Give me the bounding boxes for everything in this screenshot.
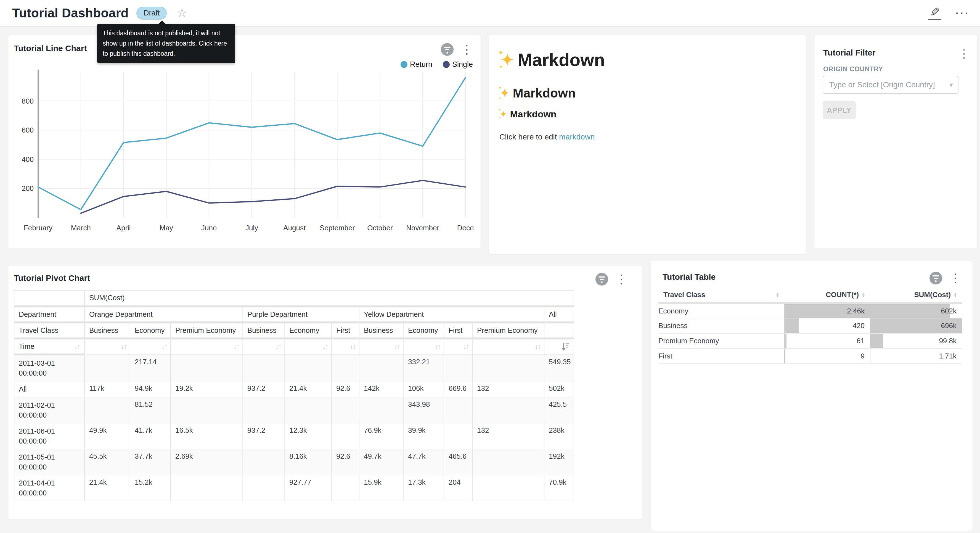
table-header-row: Travel Class▲▼ COUNT(*)▲▼ SUM(Cost)▲▼ [659,288,962,303]
sparkles-icon: ✦✦✦ [500,50,515,70]
tutorial-line-chart-card: Tutorial Line Chart ⋮ Return Single 2004… [8,35,480,249]
markdown-card[interactable]: ✦✦✦Markdown ✦✦✦Markdown ✦✦✦Markdown Clic… [489,35,806,254]
svg-text:March: March [71,224,91,232]
sort-icon: ↓↑ [74,342,80,351]
table-row[interactable]: Economy 2.46k 602k [659,303,962,318]
dashboard-header: Tutorial Dashboard Draft ☆ ✎ ⋯ [0,0,980,27]
svg-text:November: November [406,224,439,232]
filter-card-title: Tutorial Filter [823,48,875,57]
markdown-paragraph: Click here to edit markdown [500,132,595,141]
pivot-chart-title: Tutorial Pivot Chart [14,273,90,283]
status-badge[interactable]: Draft [136,6,167,20]
pivot-metric-row: SUM(Cost) [14,290,574,306]
line-chart-title: Tutorial Line Chart [14,44,87,53]
edit-dashboard-button[interactable]: ✎ [928,6,941,20]
sort-icon: ↓↑ [322,342,328,351]
sparkles-icon: ✦✦✦ [500,86,510,101]
pivot-department-row: Department Orange Department Purple Depa… [14,306,574,322]
svg-text:Dece: Dece [457,224,474,232]
sort-icon: ↓↑ [161,342,167,351]
sort-icon: ↓↑ [463,342,469,351]
pivot-travel-class-row: Travel Class Business Economy Premium Ec… [14,322,574,338]
pivot-row: 2011-02-01 00:00:00 81.52 343.98 425.5 [14,397,574,423]
legend-item-return[interactable]: Return [401,60,432,69]
pivot-corner-cell [14,290,84,306]
svg-text:600: 600 [22,126,34,134]
page-title: Tutorial Dashboard [12,6,129,21]
svg-text:May: May [159,224,173,232]
pivot-row: 2011-05-01 00:00:00 45.5k 37.7k 2.69k 8.… [14,449,574,475]
favorite-star-icon[interactable]: ☆ [177,7,187,19]
svg-text:October: October [367,224,393,232]
col-header-sum-cost[interactable]: SUM(Cost)▲▼ [870,288,962,303]
pivot-table: SUM(Cost) Department Orange Department P… [14,290,574,501]
pivot-dim-time[interactable]: Time↓↑ [14,338,84,354]
chart-kebab-menu-icon[interactable]: ⋮ [615,273,627,285]
sort-icon: ↓↑ [121,342,126,351]
sort-icon: ↓↑ [535,342,541,351]
pivot-dim-department: Department [14,306,84,322]
filter-indicator-icon[interactable] [441,43,453,56]
markdown-h1: ✦✦✦Markdown [500,50,605,70]
table-card-title: Tutorial Table [663,272,716,282]
svg-text:June: June [201,224,217,232]
single-legend-dot [443,61,450,68]
origin-country-select[interactable]: Type or Select [Origin Country] ▾ [822,76,958,94]
pivot-group-purple: Purple Department [243,306,359,322]
pivot-row: All 117k 94.9k 19.2k 937.2 21.4k 92.6 14… [14,381,574,397]
svg-text:August: August [283,224,306,232]
table-row[interactable]: First 9 1.71k [659,348,962,364]
sparkles-icon: ✦✦✦ [500,109,508,120]
svg-text:February: February [24,224,52,232]
markdown-link[interactable]: markdown [559,132,595,141]
markdown-h2: ✦✦✦Markdown [500,86,576,101]
svg-text:April: April [116,224,131,232]
tutorial-pivot-chart-card: Tutorial Pivot Chart ⋮ SUM(Cost) Departm… [8,266,643,519]
svg-text:800: 800 [22,97,34,105]
svg-text:400: 400 [22,155,34,163]
sort-icon: ▲▼ [862,292,865,298]
tutorial-filter-card: Tutorial Filter ⋮ ORIGIN COUNTRY Type or… [815,35,977,249]
apply-button[interactable]: APPLY [822,101,856,119]
data-table: Travel Class▲▼ COUNT(*)▲▼ SUM(Cost)▲▼ Ec… [659,288,962,364]
chevron-down-icon: ▾ [949,81,953,89]
svg-text:July: July [245,224,258,232]
pivot-group-orange: Orange Department [84,306,243,322]
dashboard-more-menu-icon[interactable]: ⋯ [955,6,969,20]
origin-country-label: ORIGIN COUNTRY [823,65,883,73]
pivot-group-yellow: Yellow Department [359,306,544,322]
table-row[interactable]: Premium Economy 61 99.8k [659,334,962,348]
pencil-underline [928,19,941,20]
filter-indicator-icon[interactable] [595,273,608,286]
col-header-count[interactable]: COUNT(*)▲▼ [784,288,870,303]
filter-indicator-icon[interactable] [929,272,942,284]
sort-icon: ↓↑ [350,342,356,351]
sort-icon: ↓↑ [394,342,400,351]
chart-kebab-menu-icon[interactable]: ⋮ [461,43,473,56]
unpublished-tooltip[interactable]: This dashboard is not published, it will… [97,24,235,63]
chart-legend: Return Single [401,60,473,69]
sort-icon: ↓↑ [233,342,239,351]
pivot-row: 2011-04-01 00:00:00 21.4k 15.2k 927.77 1… [14,475,574,501]
pivot-time-sort-row: Time↓↑ ↓↑ ↓↑ ↓↑ ↓↑ ↓↑ ↓↑ ↓↑ ↓↑ ↓↑ ↓↑ [14,338,574,354]
legend-item-single[interactable]: Single [443,60,473,69]
pivot-group-all: All [544,306,574,322]
tutorial-table-card: Tutorial Table ⋮ Travel Class▲▼ COUNT(*)… [651,261,972,531]
pencil-icon: ✎ [930,6,940,18]
pivot-row: 2011-06-01 00:00:00 49.9k 41.7k 16.5k 93… [14,423,574,449]
chart-kebab-menu-icon[interactable]: ⋮ [949,272,961,284]
pivot-row: 2011-03-01 00:00:00 217.14 332.21 549.35 [14,354,574,381]
table-row[interactable]: Business 420 696k [659,318,962,334]
filter-kebab-menu-icon[interactable]: ⋮ [958,48,970,60]
col-header-travel-class[interactable]: Travel Class▲▼ [659,288,784,303]
pivot-dim-travel-class: Travel Class [14,322,84,338]
markdown-h3: ✦✦✦Markdown [500,109,557,120]
line-chart-svg[interactable]: 200400600800FebruaryMarchAprilMayJuneJul… [11,68,479,246]
sort-icon: ↓↑ [434,342,440,351]
sort-icon: ▲▼ [776,292,779,298]
sort-icon: ▲▼ [953,292,957,298]
pivot-metric-header: SUM(Cost) [84,290,574,306]
svg-text:September: September [320,224,355,232]
svg-text:200: 200 [22,184,34,193]
return-legend-dot [401,61,407,68]
